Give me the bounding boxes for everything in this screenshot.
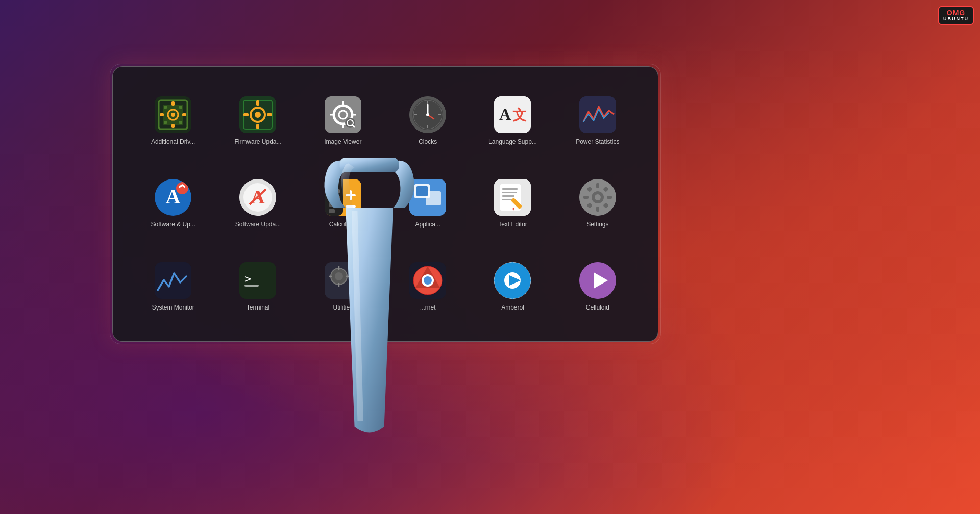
app-label-terminal: Terminal — [247, 304, 270, 312]
app-item-clocks[interactable]: Clocks — [388, 82, 468, 160]
svg-rect-10 — [179, 106, 182, 109]
svg-point-95 — [335, 272, 343, 280]
app-icon-terminal: >_ — [239, 262, 276, 299]
app-icon-additional-drivers — [155, 96, 191, 133]
svg-text:A: A — [499, 105, 511, 123]
svg-rect-9 — [164, 106, 167, 109]
svg-rect-68 — [426, 191, 441, 205]
app-label-clocks: Clocks — [419, 138, 437, 146]
svg-rect-19 — [243, 113, 249, 116]
omg-ubuntu-badge: OMG UBUNTU — [938, 6, 974, 25]
app-label-internet: ...rnet — [420, 304, 436, 312]
app-label-settings: Settings — [586, 221, 608, 229]
svg-rect-65 — [346, 205, 356, 208]
svg-rect-20 — [267, 113, 272, 116]
app-icon-celluloid — [579, 262, 616, 299]
app-icon-system-monitor — [155, 262, 191, 299]
app-icon-firmware — [239, 96, 276, 133]
app-label-image-viewer: Image Viewer — [324, 138, 361, 146]
app-label-celluloid: Celluloid — [586, 304, 609, 312]
svg-rect-7 — [160, 113, 164, 116]
app-icon-settings — [579, 179, 616, 216]
svg-rect-6 — [172, 124, 175, 128]
app-icon-amberol — [494, 262, 531, 299]
svg-rect-64 — [350, 190, 352, 200]
app-label-utilities: Utilities — [333, 304, 353, 312]
svg-rect-18 — [256, 124, 259, 129]
app-item-amberol[interactable]: Amberol — [473, 248, 552, 326]
app-item-system-monitor[interactable]: System Monitor — [133, 248, 213, 326]
app-label-calculator: Calculator — [329, 221, 357, 229]
app-label-text-editor: Text Editor — [498, 221, 527, 229]
omg-text: OMG — [947, 9, 965, 17]
svg-rect-83 — [583, 196, 589, 199]
svg-point-80 — [595, 194, 601, 200]
app-icon-language: A 文 — [494, 96, 531, 133]
app-label-software-updater: Software Upda... — [235, 221, 281, 229]
app-item-celluloid[interactable]: Celluloid — [558, 248, 638, 326]
app-icon-software-updater: A — [239, 179, 276, 216]
svg-rect-73 — [502, 192, 517, 193]
app-label-software-updates: Software & Up... — [151, 221, 195, 229]
svg-rect-12 — [179, 121, 182, 124]
svg-rect-5 — [172, 101, 175, 106]
svg-rect-92 — [244, 285, 259, 287]
app-item-terminal[interactable]: >_ Terminal — [218, 248, 298, 326]
app-item-application[interactable]: Applica... — [388, 165, 468, 243]
app-item-power-statistics[interactable]: Power Statistics — [558, 82, 638, 160]
app-label-language: Language Supp... — [488, 138, 537, 146]
app-item-calculator[interactable]: Calculator — [303, 165, 383, 243]
app-label-power-statistics: Power Statistics — [576, 138, 619, 146]
svg-rect-44 — [579, 96, 616, 133]
svg-rect-8 — [182, 113, 186, 116]
app-item-image-viewer[interactable]: Image Viewer — [303, 82, 383, 160]
app-icon-clocks — [409, 96, 446, 133]
app-item-software-updates[interactable]: A Software & Up... — [133, 165, 213, 243]
svg-text:>_: >_ — [244, 272, 258, 285]
svg-rect-81 — [596, 183, 599, 188]
svg-text:文: 文 — [512, 107, 527, 123]
app-icon-image-viewer — [325, 96, 361, 133]
app-item-software-updater[interactable]: A Software Upda... — [218, 165, 298, 243]
app-item-settings[interactable]: Settings — [558, 165, 638, 243]
svg-point-36 — [426, 113, 429, 116]
svg-rect-60 — [329, 209, 335, 213]
app-icon-software-updates: A — [155, 179, 191, 216]
svg-rect-84 — [607, 196, 612, 199]
app-item-language[interactable]: A 文 Language Supp... — [473, 82, 552, 160]
app-label-additional-drivers: Additional Driv... — [151, 138, 195, 146]
app-item-utilities[interactable]: Utilities — [303, 248, 383, 326]
ubuntu-text: UBUNTU — [943, 17, 969, 22]
app-label-firmware: Firmware Upda... — [234, 138, 281, 146]
app-icon-text-editor — [494, 179, 531, 216]
app-icon-calculator — [325, 179, 361, 216]
svg-rect-89 — [155, 262, 191, 299]
app-item-firmware[interactable]: Firmware Upda... — [218, 82, 298, 160]
svg-rect-58 — [329, 196, 335, 200]
svg-rect-59 — [329, 202, 335, 207]
app-item-additional-drivers[interactable]: Additional Driv... — [133, 82, 213, 160]
app-icon-utilities — [325, 262, 361, 299]
svg-rect-74 — [502, 195, 514, 197]
app-icon-power — [579, 96, 616, 133]
app-grid-panel: Additional Driv... Firmware Upda... — [112, 66, 658, 342]
svg-point-104 — [424, 276, 432, 285]
app-label-application: Applica... — [415, 221, 440, 229]
svg-point-4 — [171, 113, 175, 117]
svg-rect-17 — [256, 100, 259, 106]
app-label-system-monitor: System Monitor — [152, 304, 194, 312]
app-icon-application — [409, 179, 446, 216]
svg-rect-11 — [164, 121, 167, 124]
svg-rect-57 — [329, 189, 335, 193]
app-item-text-editor[interactable]: Text Editor — [473, 165, 552, 243]
svg-rect-56 — [343, 179, 361, 216]
svg-point-16 — [255, 112, 261, 118]
svg-rect-72 — [502, 188, 518, 190]
app-label-amberol: Amberol — [501, 304, 524, 312]
app-icon-internet — [409, 262, 446, 299]
svg-rect-62 — [336, 196, 340, 200]
svg-rect-82 — [596, 207, 599, 212]
svg-rect-61 — [336, 189, 340, 193]
svg-rect-69 — [416, 186, 428, 196]
app-item-internet[interactable]: ...rnet — [388, 248, 468, 326]
